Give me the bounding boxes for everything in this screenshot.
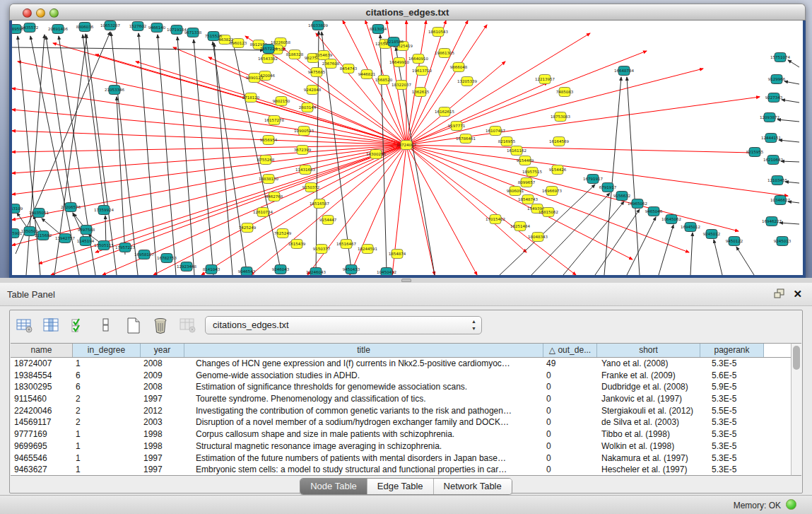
network-node[interactable]: 18753083	[551, 112, 570, 122]
network-node[interactable]: 9397588	[78, 226, 95, 235]
network-node[interactable]: 16251484	[510, 222, 530, 231]
network-node[interactable]: 2367608	[322, 59, 340, 69]
network-node[interactable]: 9450122	[726, 237, 743, 246]
network-node[interactable]: 18244591	[358, 245, 377, 254]
tab-network-table[interactable]: Network Table	[434, 479, 512, 494]
tab-node-table[interactable]: Node Table	[300, 479, 367, 494]
network-node[interactable]: 1145194	[77, 237, 95, 246]
network-node[interactable]: 7625249	[274, 229, 292, 238]
network-node[interactable]: 8813054	[370, 25, 387, 34]
network-node[interactable]: 16946227	[762, 217, 782, 226]
citation-network-graph[interactable]: 7463822896012389129551822605898275031654…	[12, 21, 803, 275]
network-node[interactable]: 9154426	[549, 165, 567, 175]
table-row[interactable]: 946362711997Embryonic stem cells: a mode…	[11, 464, 792, 476]
float-window-icon[interactable]	[774, 288, 785, 302]
split-handle[interactable]	[401, 279, 411, 282]
network-node[interactable]: 13205339	[457, 77, 477, 86]
network-node[interactable]: 16958107	[134, 250, 154, 259]
network-node[interactable]: 8215955	[746, 148, 764, 157]
network-canvas[interactable]: 7463822896012389129551822605898275031654…	[9, 21, 806, 278]
network-node[interactable]: 10346627	[770, 196, 790, 205]
table-row[interactable]: 1938455462009Genome-wide association stu…	[11, 370, 792, 382]
table-row[interactable]: 1456911722003Disruption of a novel membe…	[11, 416, 792, 428]
network-node[interactable]: 21053346	[105, 86, 124, 95]
network-node[interactable]: 7425249	[239, 223, 257, 233]
network-node[interactable]: 10450432	[377, 268, 396, 276]
network-node[interactable]: 9129966	[768, 75, 786, 84]
table-row[interactable]: 911546021997Tourette syndrome. Phenomeno…	[11, 393, 792, 405]
close-icon[interactable]: ✕	[793, 288, 802, 300]
network-node[interactable]: 13505115	[94, 241, 114, 250]
network-node[interactable]: 16640910	[408, 54, 428, 64]
network-node[interactable]: 9475685	[308, 68, 326, 77]
network-node[interactable]: 1854874	[389, 250, 406, 259]
network-node[interactable]: 9856954	[260, 136, 278, 145]
network-node[interactable]: 9465046	[645, 207, 663, 216]
network-node[interactable]: 20691406	[48, 25, 68, 34]
tab-edge-table[interactable]: Edge Table	[367, 479, 434, 494]
network-node[interactable]: 16516587	[310, 199, 329, 209]
network-node[interactable]: 9462768	[266, 192, 283, 201]
network-node[interactable]: 9466140	[148, 23, 166, 33]
network-node[interactable]: 9245012	[703, 230, 721, 239]
import-table-icon[interactable]	[177, 315, 199, 336]
column-header-filler[interactable]	[764, 344, 792, 357]
network-node[interactable]: 8806036	[76, 23, 94, 32]
column-header-year[interactable]: year	[141, 344, 184, 357]
network-node[interactable]: 9806091	[507, 187, 524, 196]
network-node[interactable]: 16516467	[336, 240, 356, 249]
table-select[interactable]: citations_edges.txt ▲▼	[205, 316, 482, 334]
network-node[interactable]: 9446821	[358, 70, 376, 79]
network-node[interactable]: 9154469	[517, 156, 534, 165]
table-row[interactable]: 1872400712008Changes of HCN gene express…	[11, 358, 792, 370]
network-node[interactable]: 12213957	[535, 75, 555, 84]
scrollbar-thumb[interactable]	[793, 346, 800, 370]
table-row[interactable]: 969969511998Structural magnetic resonanc…	[11, 440, 792, 452]
network-node[interactable]: 16157278	[264, 116, 284, 125]
network-node[interactable]: 1568520	[375, 76, 393, 85]
table-row[interactable]: 946554611997Estimation of the future num…	[11, 452, 792, 465]
network-node[interactable]: 12103455	[767, 176, 787, 185]
network-node[interactable]: 2063109	[12, 204, 23, 214]
network-node[interactable]: 12093872	[760, 113, 779, 122]
network-node[interactable]: 16210643	[763, 156, 783, 165]
new-column-icon[interactable]	[123, 315, 144, 336]
network-node[interactable]: 10653287	[100, 21, 120, 30]
table-row[interactable]: 1830029562008Estimation of significance …	[11, 381, 792, 393]
network-node[interactable]: 17015402	[486, 215, 505, 224]
network-node[interactable]: 16033809	[308, 21, 328, 30]
network-node[interactable]: 9242848	[304, 86, 322, 95]
network-node[interactable]: 10246043	[306, 268, 326, 276]
network-node[interactable]: 18610543	[428, 28, 448, 37]
network-window-titlebar[interactable]: citations_edges.txt	[9, 4, 806, 21]
network-node[interactable]: 1615439	[288, 240, 306, 249]
network-node[interactable]: 19861305	[435, 49, 454, 58]
network-node[interactable]: 16164569	[549, 137, 569, 146]
network-node[interactable]: 17359924	[94, 206, 114, 215]
network-node[interactable]: 9154447	[319, 216, 337, 225]
network-node[interactable]: 9671338	[184, 28, 202, 37]
network-node[interactable]: 6791917	[599, 183, 617, 192]
delete-column-icon[interactable]	[150, 315, 171, 336]
network-node[interactable]: 8216955	[498, 137, 516, 146]
table-row[interactable]: 977716911998Corpus callosum shape and si…	[11, 428, 792, 440]
table-scrollbar[interactable]	[791, 343, 801, 476]
column-header-pagerank[interactable]: pagerank	[700, 344, 764, 357]
column-header-in_degree[interactable]: in_degree	[73, 344, 141, 357]
network-node[interactable]: 9246043	[272, 265, 290, 274]
network-node[interactable]: 10900523	[294, 127, 314, 136]
network-node[interactable]: 7485083	[556, 88, 574, 97]
network-node[interactable]: 18957515	[522, 168, 542, 177]
network-node[interactable]: 8186328	[286, 50, 304, 59]
network-node[interactable]: 8454743	[340, 64, 358, 74]
network-node[interactable]: 16786461	[456, 134, 476, 144]
column-header-name[interactable]: name	[11, 344, 73, 357]
network-node[interactable]: 9245013	[774, 237, 792, 246]
network-node[interactable]: 2718120	[242, 93, 260, 103]
network-node[interactable]: 18548743	[518, 195, 538, 204]
network-node[interactable]: 1527602	[129, 22, 147, 31]
network-node[interactable]: 16648784	[614, 66, 634, 76]
network-node[interactable]: 10645062	[661, 215, 681, 224]
network-node[interactable]: 8099657	[518, 178, 536, 187]
column-header-short[interactable]: short	[597, 344, 700, 357]
